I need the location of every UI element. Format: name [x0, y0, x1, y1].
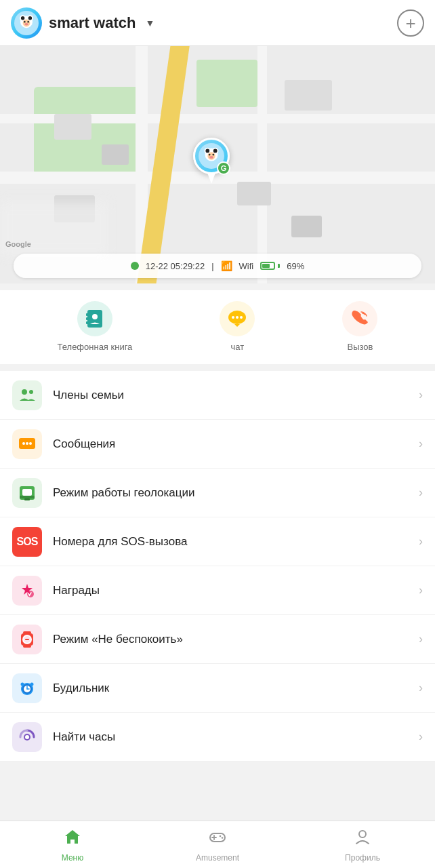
- svg-point-60: [220, 835, 222, 837]
- phonebook-icon-wrap: [77, 301, 112, 336]
- dropdown-icon[interactable]: ▼: [145, 18, 154, 28]
- gamepad-icon: [208, 827, 227, 851]
- map-status-connection: Wifi: [239, 261, 254, 271]
- svg-point-34: [29, 442, 32, 445]
- chevron-dnd: ›: [419, 632, 423, 646]
- wifi-icon: 📶: [221, 260, 232, 271]
- map-status-bar: 12-22 05:29:22 | 📶 Wifi 69%: [14, 254, 421, 278]
- pin-tail: [207, 173, 215, 184]
- family-label: Члены семьи: [53, 389, 419, 402]
- svg-point-9: [24, 23, 28, 26]
- status-indicator-dot: [131, 262, 139, 270]
- alarm-icon: [12, 673, 42, 703]
- menu-item-messages[interactable]: Сообщения ›: [0, 420, 435, 469]
- chat-icon-wrap: [220, 301, 255, 336]
- dnd-icon: [12, 625, 42, 654]
- family-icon: [12, 380, 42, 410]
- map-building-5: [291, 216, 322, 237]
- sos-text: SOS: [17, 536, 38, 548]
- add-device-button[interactable]: +: [397, 9, 424, 37]
- map-logo: Google: [5, 240, 31, 248]
- app-title: smart watch: [49, 14, 136, 32]
- menu-item-sos[interactable]: SOS Номера для SOS-вызова ›: [0, 517, 435, 566]
- svg-point-33: [26, 442, 28, 445]
- chevron-sos: ›: [419, 534, 423, 549]
- menu-item-rewards[interactable]: Награды ›: [0, 566, 435, 615]
- messages-icon: [12, 429, 42, 459]
- findwatch-icon: [12, 722, 42, 752]
- sos-icon: SOS: [12, 527, 42, 557]
- profile-nav-label: Профиль: [345, 853, 380, 863]
- home-icon: [63, 827, 82, 851]
- findwatch-label: Найти часы: [53, 730, 419, 744]
- chevron-geolocation: ›: [419, 486, 423, 500]
- svg-point-24: [92, 314, 98, 319]
- menu-item-family[interactable]: Члены семьи ›: [0, 371, 435, 420]
- amusement-nav-label: Amusement: [196, 853, 239, 863]
- map-status-time: 12-22 05:29:22: [146, 261, 205, 271]
- svg-point-61: [222, 837, 224, 839]
- svg-point-27: [236, 316, 239, 319]
- quick-actions-bar: Телефонная книга чат Вызов: [0, 290, 435, 364]
- map-view[interactable]: G Google 12-22 05:29:22 | 📶 Wifi 69%: [0, 46, 435, 283]
- battery-indicator: [260, 262, 280, 270]
- menu-item-dnd[interactable]: Режим «Не беспокоить» ›: [0, 615, 435, 664]
- svg-point-28: [240, 316, 243, 319]
- app-header: smart watch ▼ +: [0, 0, 435, 46]
- profile-icon: [353, 827, 372, 851]
- svg-point-14: [205, 149, 209, 153]
- plus-icon: +: [405, 14, 415, 32]
- nav-item-amusement[interactable]: Amusement: [145, 827, 290, 863]
- map-status-separator: |: [211, 261, 213, 271]
- map-building-1: [54, 114, 91, 140]
- bottom-navigation: Меню Amusement Профиль: [0, 821, 435, 868]
- dnd-label: Режим «Не беспокоить»: [53, 633, 419, 646]
- map-street-v2: [257, 46, 267, 283]
- map-building-6: [285, 80, 332, 111]
- menu-item-alarm[interactable]: Будильник ›: [0, 664, 435, 713]
- sos-label: Номера для SOS-вызова: [53, 535, 419, 549]
- menu-item-geolocation[interactable]: Режим работы геолокации ›: [0, 469, 435, 517]
- rewards-label: Награды: [53, 584, 419, 597]
- chevron-alarm: ›: [419, 681, 423, 695]
- svg-point-19: [209, 156, 213, 159]
- svg-rect-45: [25, 639, 29, 640]
- svg-point-62: [359, 831, 366, 837]
- map-green-area-2: [196, 60, 257, 107]
- svg-rect-36: [22, 489, 32, 496]
- map-background: G Google 12-22 05:29:22 | 📶 Wifi 69%: [0, 46, 435, 283]
- map-status-battery: 69%: [287, 261, 304, 271]
- pin-avatar: G: [193, 138, 230, 174]
- nav-item-menu[interactable]: Меню: [0, 827, 145, 863]
- nav-item-profile[interactable]: Профиль: [290, 827, 435, 863]
- chat-label: чат: [231, 342, 245, 352]
- svg-point-8: [27, 20, 29, 22]
- menu-item-findwatch[interactable]: Найти часы ›: [0, 713, 435, 762]
- menu-list: Члены семьи › Сообщения › Режим работы г…: [0, 371, 435, 762]
- svg-rect-23: [86, 321, 89, 324]
- phonebook-label: Телефонная книга: [58, 342, 133, 352]
- svg-point-29: [22, 389, 27, 395]
- call-icon-wrap: [342, 301, 377, 336]
- alarm-label: Будильник: [53, 682, 419, 695]
- svg-rect-37: [20, 496, 35, 498]
- svg-point-18: [212, 154, 214, 156]
- chevron-rewards: ›: [419, 583, 423, 597]
- svg-point-5: [28, 16, 32, 20]
- device-location-pin[interactable]: G: [193, 138, 230, 184]
- quick-action-phonebook[interactable]: Телефонная книга: [58, 301, 133, 352]
- svg-point-26: [232, 316, 234, 319]
- map-building-2: [102, 144, 129, 165]
- map-blur-overlay: [0, 202, 108, 256]
- device-avatar[interactable]: [11, 7, 42, 39]
- chevron-family: ›: [419, 388, 423, 402]
- call-label: Вызов: [347, 342, 373, 352]
- svg-rect-22: [86, 317, 89, 320]
- svg-point-30: [29, 390, 33, 394]
- svg-point-32: [22, 442, 25, 445]
- quick-action-chat[interactable]: чат: [220, 301, 255, 352]
- header-left: smart watch ▼: [11, 7, 154, 39]
- quick-action-call[interactable]: Вызов: [342, 301, 377, 352]
- geolocation-icon: [12, 478, 42, 508]
- chevron-messages: ›: [419, 437, 423, 451]
